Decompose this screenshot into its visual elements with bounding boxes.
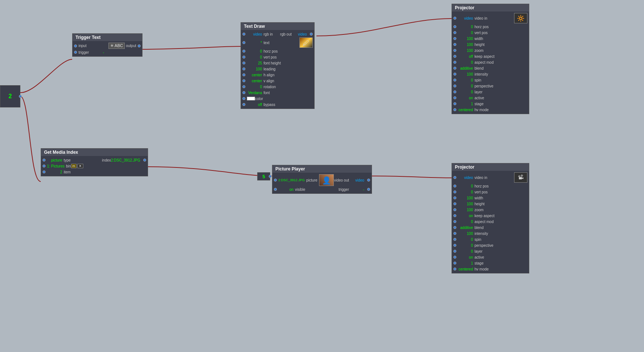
trigger-text-input-label: input [78,44,87,48]
trigger-text-title: Trigger Text [73,34,142,41]
num2-value: 2 [9,93,12,100]
trigger-text-trigger-label: trigger [78,50,89,54]
trigger-text-input-port[interactable] [74,44,77,47]
trigger-text-input-row: input ✳ ABC output [73,42,142,49]
projector1-node: Projector video video in 🔆 0horz pos 0ve… [452,4,529,114]
text-draw-title: Text Draw [241,23,314,30]
text-draw-rgb-row: video rgb in rgb out video [241,31,314,37]
num5-value: 5 [262,174,265,179]
num5-node: 5 [257,172,270,180]
text-draw-rgb-in-port[interactable] [242,33,245,36]
trigger-text-output-label: output [126,44,136,48]
projector1-icon: 🔆 [514,13,527,23]
trigger-text-trigger-val: - [89,50,105,54]
text-draw-thumb: 🖊 [299,37,313,48]
text-draw-node: Text Draw video rgb in rgb out video * t… [241,22,315,109]
m-icon: m [71,164,77,168]
text-draw-rgb-in-val: video [247,32,264,36]
get-media-title: Get Media Index [41,149,148,156]
projector2-icon: 📽 [514,172,527,183]
picture-thumb: 👤 [319,174,334,186]
x-icon: ✕ [77,164,83,168]
picture-player-title: Picture Player [272,165,372,173]
text-draw-rgb-out-val: video [292,32,308,36]
trigger-text-trigger-port[interactable] [74,51,77,54]
trigger-text-output-port[interactable] [138,44,141,47]
text-draw-rgb-in-label: rgb in [264,32,273,36]
color-swatch [247,97,255,100]
projector2-title: Projector [452,163,529,171]
projector1-title: Projector [452,4,529,11]
trigger-text-trigger-row: trigger - [73,49,142,55]
abc-icon: ✳ ABC [108,43,125,49]
text-draw-rgb-out-label: rgb out [280,32,292,36]
picture-player-node: Picture Player 2:DSC_3912.JPG picture 👤 … [272,165,372,194]
text-draw-rgb-out-port[interactable] [310,33,313,36]
num2-node: 2 [0,85,20,107]
get-media-node: Get Media Index picture type index 2:DSC… [41,148,148,176]
trigger-text-node: Trigger Text input ✳ ABC output trigger … [72,33,142,57]
projector2-node: Projector video video in 📽 0horz pos 0ve… [452,163,529,273]
